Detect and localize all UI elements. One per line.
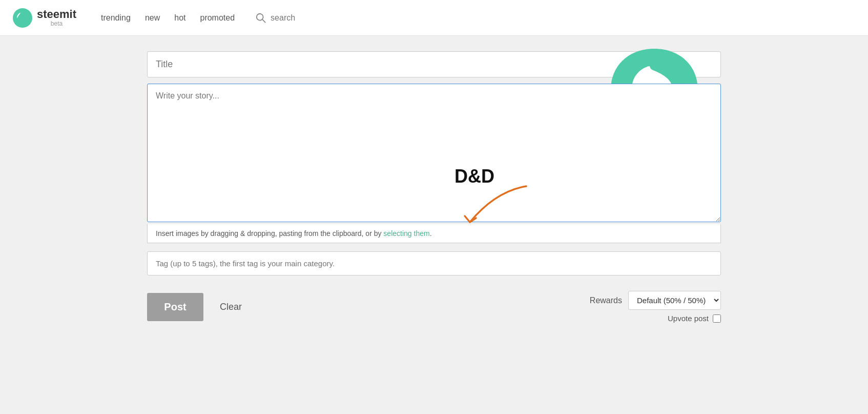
site-header: steemit beta trending new hot promoted — [0, 0, 868, 36]
rewards-area: Rewards Default (50% / 50%) Power Up 100… — [590, 291, 721, 323]
main-nav: trending new hot promoted — [101, 13, 235, 23]
search-input[interactable] — [271, 13, 332, 23]
post-button[interactable]: Post — [147, 293, 203, 321]
logo-name: steemit — [37, 8, 76, 21]
upvote-row: Upvote post — [668, 314, 721, 323]
search-area — [255, 12, 332, 24]
svg-line-3 — [262, 19, 265, 23]
title-input[interactable] — [147, 51, 721, 77]
story-textarea[interactable] — [147, 84, 721, 222]
rewards-row: Rewards Default (50% / 50%) Power Up 100… — [590, 291, 721, 310]
main-content: D&D Insert images by dragging & dropping… — [137, 36, 731, 343]
rewards-select[interactable]: Default (50% / 50%) Power Up 100% Declin… — [628, 291, 721, 310]
nav-new[interactable]: new — [145, 13, 160, 23]
logo-beta: beta — [37, 21, 76, 27]
bottom-bar: Post Clear Rewards Default (50% / 50%) P… — [147, 291, 721, 323]
rewards-label: Rewards — [590, 296, 622, 305]
search-icon — [255, 12, 266, 24]
upvote-label: Upvote post — [668, 314, 709, 323]
image-hint-link[interactable]: selecting them — [383, 229, 429, 238]
logo-area[interactable]: steemit beta — [12, 8, 76, 28]
clear-button[interactable]: Clear — [216, 298, 246, 317]
image-hint-end: . — [430, 229, 432, 238]
image-hint-text: Insert images by dragging & dropping, pa… — [156, 229, 383, 238]
tag-input[interactable] — [147, 251, 721, 275]
svg-point-2 — [257, 13, 263, 20]
textarea-wrapper: D&D — [147, 84, 721, 224]
image-hint: Insert images by dragging & dropping, pa… — [147, 224, 721, 243]
nav-promoted[interactable]: promoted — [200, 13, 235, 23]
logo-text: steemit beta — [37, 8, 76, 27]
nav-trending[interactable]: trending — [101, 13, 131, 23]
nav-hot[interactable]: hot — [174, 13, 185, 23]
steemit-logo-icon — [12, 8, 33, 28]
upvote-checkbox[interactable] — [713, 314, 721, 323]
